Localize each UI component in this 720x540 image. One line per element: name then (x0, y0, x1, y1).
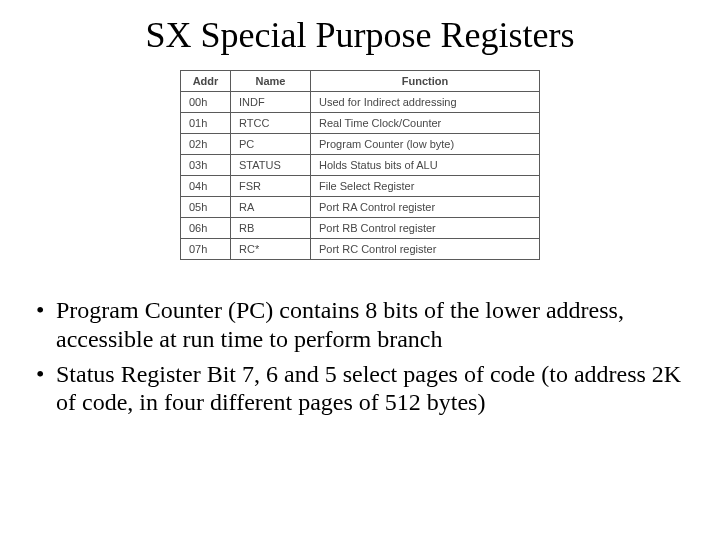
th-name: Name (231, 71, 311, 92)
cell-addr: 04h (181, 176, 231, 197)
table-row: 02h PC Program Counter (low byte) (181, 134, 540, 155)
cell-addr: 06h (181, 218, 231, 239)
th-function: Function (311, 71, 540, 92)
register-table: Addr Name Function 00h INDF Used for Ind… (180, 70, 540, 260)
cell-function: Program Counter (low byte) (311, 134, 540, 155)
cell-name: STATUS (231, 155, 311, 176)
register-table-wrap: Addr Name Function 00h INDF Used for Ind… (180, 70, 540, 260)
table-row: 01h RTCC Real Time Clock/Counter (181, 113, 540, 134)
cell-function: Used for Indirect addressing (311, 92, 540, 113)
cell-addr: 02h (181, 134, 231, 155)
cell-function: File Select Register (311, 176, 540, 197)
slide: SX Special Purpose Registers Addr Name F… (0, 0, 720, 540)
bullet-item: Status Register Bit 7, 6 and 5 select pa… (36, 360, 700, 418)
table-row: 03h STATUS Holds Status bits of ALU (181, 155, 540, 176)
cell-addr: 01h (181, 113, 231, 134)
cell-name: RB (231, 218, 311, 239)
cell-name: FSR (231, 176, 311, 197)
cell-name: RTCC (231, 113, 311, 134)
table-row: 07h RC* Port RC Control register (181, 239, 540, 260)
table-row: 04h FSR File Select Register (181, 176, 540, 197)
bullet-list: Program Counter (PC) contains 8 bits of … (36, 296, 700, 417)
cell-function: Real Time Clock/Counter (311, 113, 540, 134)
cell-name: RC* (231, 239, 311, 260)
table-row: 00h INDF Used for Indirect addressing (181, 92, 540, 113)
cell-function: Port RC Control register (311, 239, 540, 260)
table-header-row: Addr Name Function (181, 71, 540, 92)
cell-name: INDF (231, 92, 311, 113)
cell-name: PC (231, 134, 311, 155)
table-row: 05h RA Port RA Control register (181, 197, 540, 218)
cell-addr: 03h (181, 155, 231, 176)
cell-addr: 05h (181, 197, 231, 218)
cell-function: Port RB Control register (311, 218, 540, 239)
cell-name: RA (231, 197, 311, 218)
cell-addr: 07h (181, 239, 231, 260)
page-title: SX Special Purpose Registers (0, 0, 720, 56)
table-row: 06h RB Port RB Control register (181, 218, 540, 239)
cell-function: Holds Status bits of ALU (311, 155, 540, 176)
th-addr: Addr (181, 71, 231, 92)
bullet-item: Program Counter (PC) contains 8 bits of … (36, 296, 700, 354)
cell-function: Port RA Control register (311, 197, 540, 218)
cell-addr: 00h (181, 92, 231, 113)
